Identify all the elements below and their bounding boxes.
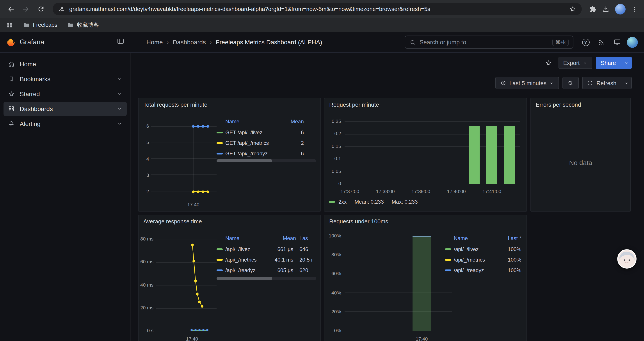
series-name: /api/_/metrics — [225, 257, 266, 263]
legend-row[interactable]: /api/_/metrics 100% — [445, 254, 521, 265]
chevron-down-icon[interactable] — [117, 106, 122, 112]
legend-row[interactable]: /api/_/readyz 100% — [445, 265, 521, 276]
zoom-out-button[interactable] — [563, 77, 579, 89]
y-tick: 0.2 — [334, 131, 341, 136]
legend-scrollbar[interactable] — [216, 159, 316, 162]
panel-title[interactable]: Errors per second — [536, 101, 581, 108]
grafana-logo[interactable] — [6, 37, 16, 47]
news-button[interactable] — [595, 36, 608, 48]
y-tick: 4 — [146, 156, 149, 161]
breadcrumb-home[interactable]: Home — [146, 39, 169, 46]
bookmark-icon — [8, 76, 15, 83]
help-button[interactable] — [580, 36, 592, 48]
breadcrumb-dashboards[interactable]: Dashboards — [173, 39, 212, 46]
sidebar-item-alerting[interactable]: Alerting — [4, 117, 127, 131]
brand-name: Grafana — [20, 38, 44, 46]
legend-row[interactable]: /api/_/metrics 40.1 ms 20.5 r — [216, 254, 315, 265]
sidebar-item-starred[interactable]: Starred — [4, 87, 127, 101]
panel-request-per-minute: Request per minute 0.25 0.2 0.15 0.1 0.0… — [324, 98, 527, 212]
apps-grid-icon[interactable] — [6, 22, 13, 29]
sidebar-item-dashboards[interactable]: Dashboards — [4, 102, 127, 116]
legend-scrollbar[interactable] — [216, 277, 316, 280]
extensions-icon[interactable] — [589, 5, 597, 13]
forward-button[interactable] — [19, 3, 32, 16]
bar-chart[interactable] — [344, 233, 452, 334]
time-range-picker[interactable]: Last 5 minutes — [496, 77, 559, 89]
share-menu-button[interactable] — [621, 57, 632, 69]
legend-row[interactable]: GET /api/_/livez 6 — [216, 127, 315, 138]
bookmark-item-freeleaps[interactable]: Freeleaps — [23, 22, 57, 29]
star-icon — [8, 90, 15, 97]
series-swatch-green — [216, 132, 223, 133]
panel-title[interactable]: Average response time — [143, 218, 202, 225]
series-mean: 40.1 ms — [269, 257, 293, 263]
dashboard-canvas: Export Share Last 5 minutes — [131, 53, 644, 341]
series-last: 646 — [296, 246, 315, 252]
sidebar-item-home[interactable]: Home — [4, 57, 127, 71]
legend[interactable]: 2xx Mean: 0.233 Max: 0.233 — [329, 199, 418, 205]
legend-header-mean[interactable]: Mean — [271, 235, 296, 241]
export-button[interactable]: Export — [558, 57, 592, 69]
chevron-down-icon — [624, 60, 629, 65]
line-chart[interactable] — [151, 124, 216, 198]
chevron-down-icon[interactable] — [117, 76, 122, 82]
legend-row[interactable]: GET /api/_/readyz 6 — [216, 148, 315, 159]
series-swatch-blue — [216, 153, 223, 154]
monitor-icon — [613, 38, 621, 46]
series-name: GET /api/_/metrics — [225, 140, 278, 146]
dock-sidebar-icon — [116, 37, 124, 45]
legend-header-row: Name Mean — [216, 116, 315, 127]
scrollbar-thumb[interactable] — [216, 277, 272, 280]
chevron-down-icon[interactable] — [117, 91, 122, 97]
chevron-down-icon[interactable] — [117, 121, 122, 126]
panel-title[interactable]: Request per minute — [329, 101, 379, 108]
share-split-button: Share — [596, 57, 632, 69]
bookmark-label: 收藏博客 — [77, 21, 99, 29]
legend-header-name[interactable]: Name — [225, 235, 271, 241]
refresh-button[interactable]: Refresh — [582, 77, 621, 89]
back-button[interactable] — [4, 3, 18, 16]
url-bar[interactable]: grafana.mathmast.com/d/deytv4rwavabkb/fr… — [52, 3, 582, 15]
x-tick: 17:40 — [180, 336, 204, 341]
series-name: /api/_/readyz — [454, 267, 495, 273]
series-last: 100% — [498, 267, 521, 273]
bookmark-item-blogs[interactable]: 收藏博客 — [67, 21, 99, 29]
legend-row[interactable]: /api/_/readyz 605 µs 620 — [216, 265, 315, 276]
bookmark-star-icon[interactable] — [569, 5, 576, 13]
reload-button[interactable] — [34, 3, 47, 16]
user-avatar[interactable] — [627, 37, 638, 48]
scrollbar-thumb[interactable] — [216, 159, 272, 162]
line-chart[interactable] — [156, 237, 216, 334]
panel-title[interactable]: Requests under 100ms — [329, 218, 388, 225]
assistant-avatar[interactable] — [617, 249, 636, 269]
panel-title[interactable]: Total requests per minute — [143, 101, 207, 108]
dock-sidebar-button[interactable] — [116, 37, 124, 47]
bar-chart[interactable] — [344, 119, 520, 187]
share-button[interactable]: Share — [596, 57, 621, 69]
legend-header-mean[interactable]: Mean — [281, 119, 315, 125]
legend-row[interactable]: /api/_/livez 661 µs 646 — [216, 244, 315, 254]
time-range-label: Last 5 minutes — [510, 80, 546, 86]
legend-header-name[interactable]: Name — [225, 119, 281, 125]
avatar-face — [618, 250, 636, 268]
search-input[interactable]: Search or jump to... ⌘+k — [405, 36, 574, 49]
legend-row[interactable]: GET /api/_/metrics 2 — [216, 138, 315, 148]
grafana-header: Grafana Home Dashboards Freeleaps Metric… — [0, 32, 644, 53]
legend-header-name[interactable]: Name — [454, 235, 498, 241]
favorite-dashboard-button[interactable] — [542, 57, 555, 69]
y-tick: 0 — [338, 181, 341, 186]
zoom-out-icon — [568, 80, 574, 86]
legend-header-last[interactable]: Las — [296, 235, 315, 241]
y-axis-ticks: 0.25 0.2 0.15 0.1 0.05 0 — [325, 119, 341, 186]
display-button[interactable] — [611, 36, 624, 48]
browser-profile-avatar[interactable] — [615, 4, 626, 14]
refresh-interval-button[interactable] — [621, 77, 632, 89]
browser-menu-icon[interactable] — [631, 6, 638, 13]
url-text[interactable]: grafana.mathmast.com/d/deytv4rwavabkb/fr… — [69, 6, 565, 12]
y-tick: 40% — [332, 290, 341, 295]
legend-row[interactable]: /api/_/livez 100% — [445, 244, 521, 254]
legend-header-last[interactable]: Last * — [498, 235, 521, 241]
sidebar-item-bookmarks[interactable]: Bookmarks — [4, 72, 127, 86]
site-settings-icon[interactable] — [58, 6, 65, 13]
downloads-icon[interactable] — [602, 5, 610, 13]
